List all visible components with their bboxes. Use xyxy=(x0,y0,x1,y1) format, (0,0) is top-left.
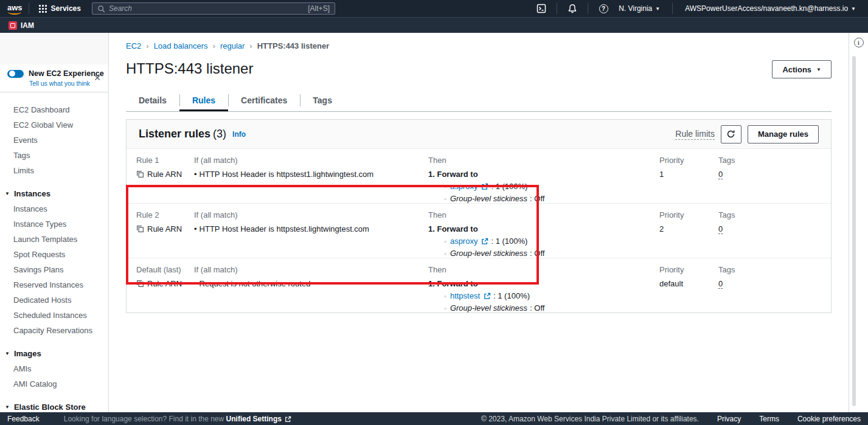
manage-rules-button[interactable]: Manage rules xyxy=(748,125,819,143)
sidebar-item-instance-types[interactable]: Instance Types xyxy=(0,216,108,232)
help-icon[interactable]: ? xyxy=(594,4,613,13)
tab-bar: Details Rules Certificates Tags xyxy=(126,91,832,112)
breadcrumb-separator: › xyxy=(146,41,148,50)
sidebar-item-instances[interactable]: Instances xyxy=(0,201,108,216)
tab-tags[interactable]: Tags xyxy=(300,91,345,111)
account-menu[interactable]: AWSPowerUserAccess/navaneeth.kn@harness.… xyxy=(679,4,862,13)
external-link-icon xyxy=(285,416,291,423)
breadcrumb-ec2[interactable]: EC2 xyxy=(126,41,141,50)
then-header: Then xyxy=(428,210,659,219)
sidebar-section-instances[interactable]: ▼ Instances xyxy=(0,183,108,201)
tags-header: Tags xyxy=(718,156,831,165)
new-experience-toggle[interactable] xyxy=(7,70,24,78)
tags-header: Tags xyxy=(718,265,831,274)
new-experience-panel: New EC2 Experience ✕ Tell us what you th… xyxy=(0,64,108,92)
scrollbar-thumb[interactable] xyxy=(852,56,856,406)
page-title: HTTPS:443 listener xyxy=(126,60,253,77)
copy-icon xyxy=(136,280,144,288)
rules-count: (3) xyxy=(213,128,226,140)
then-header: Then xyxy=(428,156,659,165)
privacy-link[interactable]: Privacy xyxy=(717,415,741,423)
tab-certificates[interactable]: Certificates xyxy=(228,91,300,111)
sidebar-item-scheduled-instances[interactable]: Scheduled Instances xyxy=(0,308,108,323)
external-link-icon xyxy=(481,238,488,245)
sidebar-item-amis[interactable]: AMIs xyxy=(0,361,108,376)
sidebar-item-ami-catalog[interactable]: AMI Catalog xyxy=(0,376,108,392)
sub-bullet-icon: ◦ xyxy=(444,195,446,202)
breadcrumb-load-balancers[interactable]: Load balancers xyxy=(154,41,208,50)
tags-count-link[interactable]: 0 xyxy=(718,170,723,179)
rule-arn-copy[interactable]: Rule ARN xyxy=(136,224,194,233)
chevron-down-icon: ▼ xyxy=(816,67,821,72)
tags-count-link[interactable]: 0 xyxy=(718,279,723,289)
rule-arn-copy[interactable]: Rule ARN xyxy=(136,279,194,288)
breadcrumb: EC2 › Load balancers › regular › HTTPS:4… xyxy=(126,41,832,50)
if-header: If (all match) xyxy=(194,210,428,219)
sidebar-section-images[interactable]: ▼ Images xyxy=(0,343,108,361)
priority-value: 1 xyxy=(659,170,718,179)
new-experience-title: New EC2 Experience xyxy=(29,69,104,78)
sidebar-item-savings-plans[interactable]: Savings Plans xyxy=(0,262,108,277)
aws-logo[interactable]: aws xyxy=(7,3,23,15)
target-group-link[interactable]: asproxy xyxy=(450,182,478,191)
rule-arn-copy[interactable]: Rule ARN xyxy=(136,170,194,179)
info-link[interactable]: Info xyxy=(232,130,246,139)
sidebar-item-launch-templates[interactable]: Launch Templates xyxy=(0,232,108,247)
sub-bullet-icon: ◦ xyxy=(444,250,446,257)
sidebar-item-reserved-instances[interactable]: Reserved Instances xyxy=(0,277,108,292)
feedback-button[interactable]: Feedback xyxy=(7,415,40,423)
target-group-link[interactable]: httpstest xyxy=(450,291,480,300)
tab-details[interactable]: Details xyxy=(126,91,179,111)
rule-limits-link[interactable]: Rule limits xyxy=(675,129,715,140)
notifications-bell-icon[interactable] xyxy=(563,4,582,13)
tab-rules[interactable]: Rules xyxy=(179,91,228,111)
terms-link[interactable]: Terms xyxy=(759,415,779,423)
priority-header: Priority xyxy=(659,265,718,274)
priority-header: Priority xyxy=(659,156,718,165)
cloudshell-icon[interactable] xyxy=(532,4,550,13)
favorites-bar: IAM xyxy=(0,17,868,33)
target-group-link[interactable]: asproxy xyxy=(450,237,478,246)
sub-bullet-icon: ◦ xyxy=(444,305,446,312)
breadcrumb-regular[interactable]: regular xyxy=(220,41,245,50)
sidebar-item-spot-requests[interactable]: Spot Requests xyxy=(0,247,108,262)
search-input[interactable] xyxy=(109,4,304,13)
sidebar-item-capacity-reservations[interactable]: Capacity Reservations xyxy=(0,323,108,338)
if-condition: •HTTP Host Header is httpstest.lightwing… xyxy=(194,224,428,233)
tags-count-link[interactable]: 0 xyxy=(718,224,723,234)
caret-down-icon: ▼ xyxy=(5,351,10,356)
services-menu-button[interactable]: Services xyxy=(35,4,85,13)
global-search[interactable]: [Alt+S] xyxy=(92,2,335,15)
language-hint: Looking for language selection? Find it … xyxy=(64,415,292,423)
actions-button[interactable]: Actions ▼ xyxy=(772,60,832,78)
rule-row-2: Rule 2 Rule ARN If (all match) •HTTP Hos… xyxy=(127,204,831,258)
sidebar-item-ec2-global-view[interactable]: EC2 Global View xyxy=(0,117,108,133)
listener-rules-card: Listener rules (3) Info Rule limits Mana… xyxy=(126,119,832,313)
feedback-link[interactable]: Tell us what you think xyxy=(29,80,102,87)
if-header: If (all match) xyxy=(194,156,428,165)
search-icon xyxy=(97,5,105,13)
refresh-button[interactable] xyxy=(721,125,741,143)
caret-down-icon: ▼ xyxy=(5,404,10,410)
sidebar-item-limits[interactable]: Limits xyxy=(0,163,108,178)
favorite-iam-link[interactable]: IAM xyxy=(9,21,34,30)
tags-header: Tags xyxy=(718,210,831,219)
help-rail: i xyxy=(849,33,868,412)
sidebar-item-dedicated-hosts[interactable]: Dedicated Hosts xyxy=(0,292,108,308)
region-selector[interactable]: N. Virginia ▼ xyxy=(613,4,666,13)
rule-row-1: Rule 1 Rule ARN If (all match) •HTTP Hos… xyxy=(127,149,831,204)
forward-to: 1. Forward to xyxy=(428,224,659,233)
forward-to: 1. Forward to xyxy=(428,279,659,288)
unified-settings-link[interactable]: Unified Settings xyxy=(226,415,282,423)
target-group-line: ◦ asproxy : 1 (100%) xyxy=(444,237,659,246)
sidebar-section-ebs[interactable]: ▼ Elastic Block Store xyxy=(0,396,108,412)
cookie-preferences-link[interactable]: Cookie preferences xyxy=(797,415,861,423)
sidebar-item-tags[interactable]: Tags xyxy=(0,148,108,163)
info-icon[interactable]: i xyxy=(854,38,864,47)
divider xyxy=(557,3,557,14)
sidebar-item-events[interactable]: Events xyxy=(0,133,108,148)
divider xyxy=(672,3,673,14)
listener-rules-header: Listener rules (3) Info Rule limits Mana… xyxy=(127,120,831,149)
close-icon[interactable]: ✕ xyxy=(94,73,101,83)
sidebar-item-ec2-dashboard[interactable]: EC2 Dashboard xyxy=(0,102,108,117)
